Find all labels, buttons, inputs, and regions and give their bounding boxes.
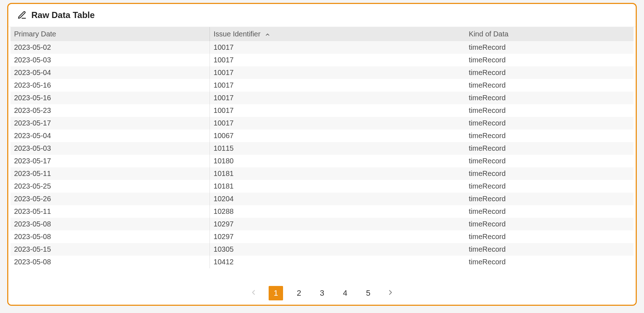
cell-kind-of-data: timeRecord xyxy=(465,104,633,117)
table-row[interactable]: 2023-05-1610017timeRecord xyxy=(10,92,634,104)
cell-primary-date: 2023-05-17 xyxy=(10,117,210,129)
table-row[interactable]: 2023-05-2610204timeRecord xyxy=(10,193,634,205)
table-row[interactable]: 2023-05-2310017timeRecord xyxy=(10,104,634,117)
pencil-icon xyxy=(17,10,27,20)
table-row[interactable]: 2023-05-1110288timeRecord xyxy=(10,205,634,218)
cell-kind-of-data: timeRecord xyxy=(465,117,633,129)
cell-kind-of-data: timeRecord xyxy=(465,41,633,54)
pagination-page-button[interactable]: 1 xyxy=(269,286,283,300)
cell-issue-identifier: 10115 xyxy=(210,142,465,155)
table-row[interactable]: 2023-05-0410067timeRecord xyxy=(10,129,634,142)
table-header-row: Primary Date Issue Identifier xyxy=(10,27,634,41)
pagination-page-button[interactable]: 3 xyxy=(315,286,329,300)
cell-primary-date: 2023-05-17 xyxy=(10,155,210,167)
cell-kind-of-data: timeRecord xyxy=(465,66,633,79)
cell-kind-of-data: timeRecord xyxy=(465,243,633,256)
table-row[interactable]: 2023-05-1110181timeRecord xyxy=(10,167,634,180)
cell-primary-date: 2023-05-03 xyxy=(10,142,210,155)
cell-issue-identifier: 10288 xyxy=(210,205,465,218)
cell-kind-of-data: timeRecord xyxy=(465,180,633,193)
pagination-bar: 12345 xyxy=(8,282,636,305)
column-label: Kind of Data xyxy=(469,30,508,38)
cell-issue-identifier: 10017 xyxy=(210,41,465,54)
table-row[interactable]: 2023-05-1610017timeRecord xyxy=(10,79,634,92)
cell-issue-identifier: 10297 xyxy=(210,218,465,230)
cell-kind-of-data: timeRecord xyxy=(465,167,633,180)
cell-primary-date: 2023-05-23 xyxy=(10,104,210,117)
column-label: Primary Date xyxy=(14,30,56,38)
cell-issue-identifier: 10017 xyxy=(210,79,465,92)
column-header-primary-date[interactable]: Primary Date xyxy=(10,27,210,41)
cell-issue-identifier: 10067 xyxy=(210,129,465,142)
table-row[interactable]: 2023-05-0310017timeRecord xyxy=(10,54,634,66)
table-row[interactable]: 2023-05-0310115timeRecord xyxy=(10,142,634,155)
cell-kind-of-data: timeRecord xyxy=(465,230,633,243)
raw-data-panel: Raw Data Table Primary Date Issue Identi… xyxy=(7,3,637,306)
cell-primary-date: 2023-05-16 xyxy=(10,92,210,104)
cell-primary-date: 2023-05-03 xyxy=(10,54,210,66)
table-row[interactable]: 2023-05-2510181timeRecord xyxy=(10,180,634,193)
cell-kind-of-data: timeRecord xyxy=(465,92,633,104)
cell-primary-date: 2023-05-08 xyxy=(10,230,210,243)
table-row[interactable]: 2023-05-1510305timeRecord xyxy=(10,243,634,256)
cell-kind-of-data: timeRecord xyxy=(465,205,633,218)
cell-primary-date: 2023-05-25 xyxy=(10,180,210,193)
column-header-issue-identifier[interactable]: Issue Identifier xyxy=(210,27,465,41)
chevron-left-icon xyxy=(250,288,257,298)
cell-kind-of-data: timeRecord xyxy=(465,218,633,230)
cell-issue-identifier: 10017 xyxy=(210,104,465,117)
table-scroll-area[interactable]: Primary Date Issue Identifier xyxy=(8,27,636,282)
cell-kind-of-data: timeRecord xyxy=(465,193,633,205)
table-row[interactable]: 2023-05-1710180timeRecord xyxy=(10,155,634,167)
cell-primary-date: 2023-05-02 xyxy=(10,41,210,54)
chevron-right-icon xyxy=(387,288,394,298)
cell-primary-date: 2023-05-16 xyxy=(10,79,210,92)
table-row[interactable]: 2023-05-1710017timeRecord xyxy=(10,117,634,129)
tab-bar: Raw Data Table xyxy=(8,4,636,27)
cell-issue-identifier: 10180 xyxy=(210,155,465,167)
table-row[interactable]: 2023-05-0810297timeRecord xyxy=(10,218,634,230)
cell-issue-identifier: 10017 xyxy=(210,92,465,104)
table-row[interactable]: 2023-05-0210017timeRecord xyxy=(10,41,634,54)
cell-issue-identifier: 10297 xyxy=(210,230,465,243)
cell-primary-date: 2023-05-11 xyxy=(10,205,210,218)
pagination-next-button[interactable] xyxy=(384,287,397,300)
cell-kind-of-data: timeRecord xyxy=(465,79,633,92)
cell-primary-date: 2023-05-26 xyxy=(10,193,210,205)
cell-kind-of-data: timeRecord xyxy=(465,155,633,167)
pagination-page-button[interactable]: 4 xyxy=(338,286,352,300)
cell-issue-identifier: 10412 xyxy=(210,256,465,268)
cell-primary-date: 2023-05-08 xyxy=(10,218,210,230)
cell-issue-identifier: 10017 xyxy=(210,117,465,129)
cell-issue-identifier: 10204 xyxy=(210,193,465,205)
table-row[interactable]: 2023-05-0410017timeRecord xyxy=(10,66,634,79)
cell-issue-identifier: 10181 xyxy=(210,180,465,193)
table-row[interactable]: 2023-05-0810297timeRecord xyxy=(10,230,634,243)
pagination-prev-button xyxy=(247,287,260,300)
cell-primary-date: 2023-05-08 xyxy=(10,256,210,268)
column-header-kind-of-data[interactable]: Kind of Data xyxy=(465,27,633,41)
cell-primary-date: 2023-05-04 xyxy=(10,66,210,79)
data-table: Primary Date Issue Identifier xyxy=(10,27,634,268)
cell-primary-date: 2023-05-15 xyxy=(10,243,210,256)
cell-primary-date: 2023-05-04 xyxy=(10,129,210,142)
column-label: Issue Identifier xyxy=(213,30,260,38)
tab-raw-data-table[interactable]: Raw Data Table xyxy=(16,6,100,25)
cell-kind-of-data: timeRecord xyxy=(465,54,633,66)
tab-title: Raw Data Table xyxy=(31,10,95,20)
pagination-page-button[interactable]: 2 xyxy=(292,286,306,300)
pagination-page-button[interactable]: 5 xyxy=(361,286,375,300)
cell-kind-of-data: timeRecord xyxy=(465,129,633,142)
cell-issue-identifier: 10305 xyxy=(210,243,465,256)
cell-primary-date: 2023-05-11 xyxy=(10,167,210,180)
cell-kind-of-data: timeRecord xyxy=(465,142,633,155)
table-row[interactable]: 2023-05-0810412timeRecord xyxy=(10,256,634,268)
chevron-up-icon xyxy=(265,32,270,38)
cell-kind-of-data: timeRecord xyxy=(465,256,633,268)
cell-issue-identifier: 10017 xyxy=(210,54,465,66)
cell-issue-identifier: 10017 xyxy=(210,66,465,79)
cell-issue-identifier: 10181 xyxy=(210,167,465,180)
